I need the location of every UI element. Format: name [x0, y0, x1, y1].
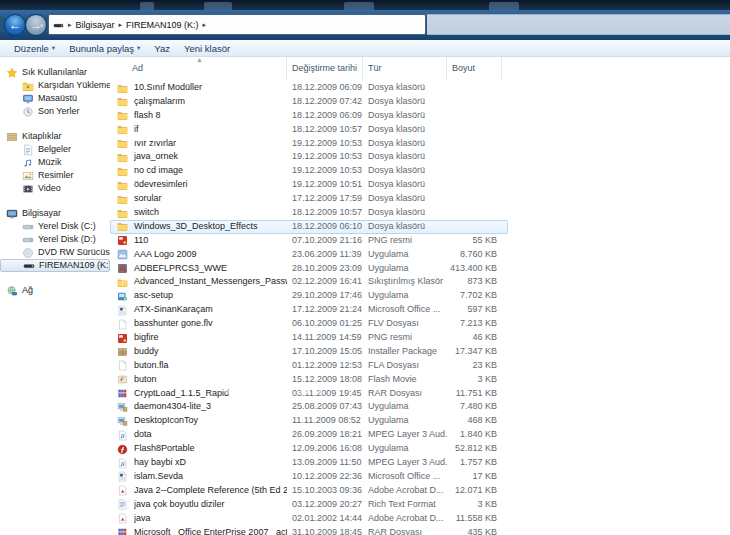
sidebar-group-bilgisayar[interactable]: Bilgisayar [0, 207, 110, 220]
folder-icon [116, 137, 134, 151]
file-type: Uygulama [363, 248, 447, 262]
sidebar-item-yerel-disk-d-[interactable]: Yerel Disk (D:) [0, 233, 110, 246]
file-row[interactable]: Windows_3D_Desktop_Effects18.12.2009 06:… [110, 220, 508, 234]
sidebar-item-video[interactable]: Video [0, 182, 110, 195]
sidebar-item-dvd-rw-s-r-c-s-e-[interactable]: DVD RW Sürücüsü (E:) [0, 246, 110, 259]
file-row[interactable]: buton.fla01.12.2009 12:53FLA Dosyası23 K… [110, 359, 508, 373]
file-row[interactable]: Advanced_Instant_Messengers_Password...0… [110, 275, 508, 289]
sidebar-item-belgeler[interactable]: Belgeler [0, 143, 110, 156]
file-row[interactable]: buddy17.10.2009 15:05Installer Package17… [110, 345, 508, 359]
file-row[interactable]: no cd image19.12.2009 10:53Dosya klasörü [110, 164, 508, 178]
folder-icon [116, 150, 134, 164]
column-header-t-r[interactable]: Tür [363, 57, 447, 81]
breadcrumb-arrow-icon[interactable]: ▸ [118, 21, 124, 29]
taskbar-blob [140, 2, 154, 10]
file-row[interactable]: Microsoft_ Office EnterPrise 2007_ activ… [110, 526, 508, 535]
file-row[interactable]: Java 2--Complete Reference (5th Ed 2002)… [110, 484, 508, 498]
file-row[interactable]: Flash8Portable12.09.2006 16:08Uygulama52… [110, 442, 508, 456]
sidebar-item-m-zik[interactable]: Müzik [0, 156, 110, 169]
file-type: Adobe Acrobat D... [363, 512, 447, 526]
sidebar-item-fireman109-k-[interactable]: FIREMAN109 (K:) [0, 259, 110, 272]
file-row[interactable]: java çok boyutlu diziler03.12.2009 20:27… [110, 498, 508, 512]
file-row[interactable]: 11007.10.2009 21:16PNG resmi55 KB [110, 234, 508, 248]
file-size: 7.702 KB [447, 289, 502, 303]
file-size: 23 KB [447, 359, 502, 373]
installer-app-icon [116, 414, 134, 428]
column-header-de-i-tirme-tarihi[interactable]: Değiştirme tarihi [287, 57, 363, 81]
chevron-down-icon: ▾ [137, 44, 140, 52]
package-icon [116, 345, 134, 359]
sidebar-item-yerel-disk-c-[interactable]: Yerel Disk (C:) [0, 220, 110, 233]
file-size: 17 KB [447, 470, 502, 484]
file-row[interactable]: hay baybi xD13.09.2009 11:50MPEG Layer 3… [110, 456, 508, 470]
sidebar-group-s-k-kullan-lanlar[interactable]: Sık Kullanılanlar [0, 66, 110, 79]
file-list-pane: ▲ AdDeğiştirme tarihiTürBoyut 10.Sınıf M… [110, 57, 730, 535]
file-date-modified: 29.10.2009 17:46 [287, 289, 363, 303]
folder-icon [116, 220, 134, 234]
file-row[interactable]: sorular17.12.2009 17:59Dosya klasörü [110, 192, 508, 206]
breadcrumb-segment[interactable]: Bilgisayar [76, 20, 115, 30]
file-row[interactable]: ADBEFLPRCS3_WWE28.10.2009 23:09Uygulama4… [110, 262, 508, 276]
file-row[interactable]: asc-setup29.10.2009 17:46Uygulama7.702 K… [110, 289, 508, 303]
file-row[interactable]: java_ornek19.12.2009 10:53Dosya klasörü [110, 150, 508, 164]
file-row[interactable]: basshunter gone.flv06.10.2009 01:25FLV D… [110, 317, 508, 331]
sidebar-item-masa-st-[interactable]: Masaüstü [0, 92, 110, 105]
file-name: ödevresimleri [134, 178, 287, 192]
file-type: Dosya klasörü [363, 220, 447, 234]
sidebar-group-kitapl-klar[interactable]: Kitaplıklar [0, 130, 110, 143]
file-row[interactable]: çalışmalarım18.12.2009 07:42Dosya klasör… [110, 95, 508, 109]
sidebar-group-a-[interactable]: Ağ [0, 284, 110, 297]
file-row[interactable]: switch18.12.2009 10:57Dosya klasörü [110, 206, 508, 220]
sort-ascending-icon: ▲ [196, 56, 203, 63]
sidebar-item-resimler[interactable]: Resimler [0, 169, 110, 182]
downloads-folder-icon [22, 80, 34, 91]
file-row[interactable]: ödevresimleri19.12.2009 10:51Dosya klasö… [110, 178, 508, 192]
file-date-modified: 17.12.2009 21:24 [287, 303, 363, 317]
file-type: Uygulama [363, 442, 447, 456]
file-type: PNG resmi [363, 234, 447, 248]
file-name: buton.fla [134, 359, 287, 373]
file-date-modified: 02.01.2002 14:44 [287, 512, 363, 526]
file-row[interactable]: AAA Logo 200923.06.2009 11:39Uygulama8.7… [110, 248, 508, 262]
file-row[interactable]: buton15.12.2009 18:08Flash Movie3 KB [110, 373, 508, 387]
file-row[interactable]: if18.12.2009 10:57Dosya klasörü [110, 123, 508, 137]
file-row[interactable]: islam.Sevda10.12.2009 22:36Microsoft Off… [110, 470, 508, 484]
file-row[interactable]: DesktopIconToy11.11.2009 08:52Uygulama46… [110, 414, 508, 428]
history-dropdown-icon[interactable]: ▾ [40, 22, 44, 30]
toolbar-item-yeni-klas-r[interactable]: Yeni klasör [184, 43, 230, 54]
file-date-modified: 25.08.2009 07:43 [287, 400, 363, 414]
file-type: MPEG Layer 3 Aud... [363, 428, 447, 442]
png-image-icon [116, 234, 134, 248]
file-date-modified: 10.12.2009 22:36 [287, 470, 363, 484]
column-header-boyut[interactable]: Boyut [447, 57, 502, 81]
file-row[interactable]: daemon4304-lite_325.08.2009 07:43Uygulam… [110, 400, 508, 414]
toolbar-item-yaz[interactable]: Yaz [154, 43, 170, 54]
search-box[interactable] [427, 14, 730, 35]
file-row[interactable]: java02.01.2002 14:44Adobe Acrobat D...11… [110, 512, 508, 526]
file-date-modified: 03.11.2009 19:45 [287, 387, 363, 401]
sidebar-item-son-yerler[interactable]: Son Yerler [0, 105, 110, 118]
file-size [447, 81, 502, 95]
breadcrumb-segment[interactable]: FIREMAN109 (K:) [126, 20, 199, 30]
file-row[interactable]: dota26.09.2009 18:21MPEG Layer 3 Aud...1… [110, 428, 508, 442]
file-name: 10.Sınıf Modüller [134, 81, 287, 95]
file-row[interactable]: 10.Sınıf Modüller18.12.2009 06:09Dosya k… [110, 81, 508, 95]
back-button[interactable]: ← [4, 14, 26, 36]
address-bar[interactable]: ▸ Bilgisayar ▸ FIREMAN109 (K:) ▸ [48, 14, 426, 35]
breadcrumb-arrow-icon[interactable]: ▸ [67, 21, 73, 29]
toolbar-item-bununla-payla-[interactable]: Bununla paylaş▾ [69, 43, 140, 54]
toolbar-item-d-zenle[interactable]: Düzenle▾ [14, 43, 55, 54]
file-row[interactable]: CryptLoad_1.1.5_Rapid03.11.2009 19:45RAR… [110, 387, 508, 401]
file-row[interactable]: flash 818.12.2009 06:09Dosya klasörü [110, 109, 508, 123]
file-row[interactable]: ATX-SinanKaraçam17.12.2009 21:24Microsof… [110, 303, 508, 317]
png-image-icon [116, 331, 134, 345]
file-name: islam.Sevda [134, 470, 287, 484]
file-row[interactable]: bigfire14.11.2009 14:59PNG resmi46 KB [110, 331, 508, 345]
file-type: Installer Package [363, 345, 447, 359]
taskbar-blob [489, 2, 519, 10]
file-row[interactable]: ıvır zıvırlar19.12.2009 10:53Dosya klasö… [110, 137, 508, 151]
sidebar-item-kar-dan-y-klemeler[interactable]: Karşıdan Yüklemeler [0, 79, 110, 92]
breadcrumb-arrow-icon[interactable]: ▸ [202, 21, 208, 29]
file-size: 873 KB [447, 275, 502, 289]
file-name: asc-setup [134, 289, 287, 303]
